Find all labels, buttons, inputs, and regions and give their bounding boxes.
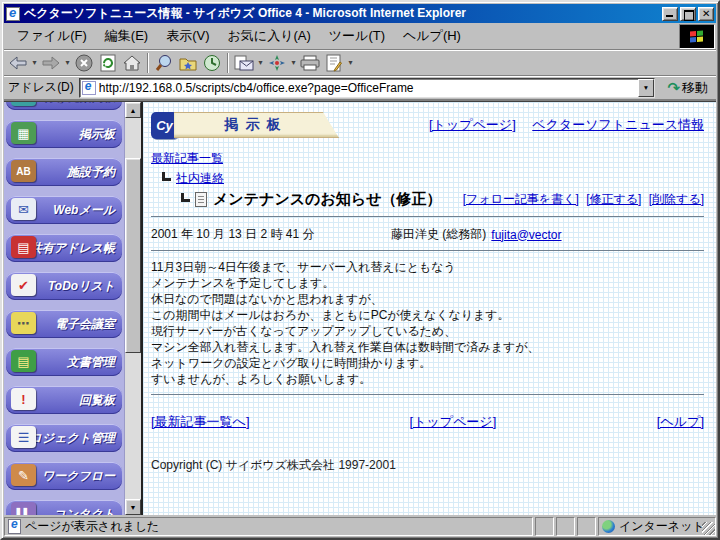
sidebar-item-facility-reservation[interactable]: 施設予約 xyxy=(6,158,122,186)
back-to-latest-link[interactable]: [最新記事一覧へ] xyxy=(151,413,250,431)
favorites-icon xyxy=(179,55,197,71)
delete-article-link[interactable]: [削除する] xyxy=(649,192,704,206)
sidebar-item-workflow[interactable]: ワークフロー xyxy=(6,462,122,490)
circular-exclamation-icon xyxy=(11,388,36,410)
back-icon xyxy=(8,56,28,70)
stop-button[interactable] xyxy=(72,52,96,74)
forward-button[interactable] xyxy=(39,52,63,74)
article-title: メンテナンスのお知らせ（修正） xyxy=(213,190,442,209)
edit-article-link[interactable]: [修正する] xyxy=(586,192,641,206)
scroll-up-button[interactable] xyxy=(125,102,141,118)
history-icon xyxy=(203,54,221,72)
menu-help[interactable]: ヘルプ(H) xyxy=(394,23,470,49)
bottom-top-page-link[interactable]: [トップページ] xyxy=(410,413,497,431)
zone-label: インターネット xyxy=(619,518,705,535)
top-page-link[interactable]: [トップページ] xyxy=(429,116,516,134)
divider xyxy=(151,250,704,251)
history-button[interactable] xyxy=(200,52,224,74)
article-meta: 2001 年 10 月 13 日 2 時 41 分 藤田洋史 (総務部) fuj… xyxy=(151,226,704,243)
refresh-button[interactable] xyxy=(96,52,120,74)
menu-edit[interactable]: 編集(E) xyxy=(96,23,157,49)
sidebar-item-document-management[interactable]: 文書管理 xyxy=(6,348,122,376)
author-email-link[interactable]: fujita@vector xyxy=(491,228,561,242)
resize-grip[interactable] xyxy=(702,522,715,535)
todo-check-icon xyxy=(11,274,36,296)
scrollbar-thumb[interactable] xyxy=(125,158,141,353)
sidebar-item-project-management[interactable]: プロジェクト管理 xyxy=(6,424,122,452)
minimize-button[interactable] xyxy=(662,7,678,21)
mail-icon xyxy=(234,55,254,71)
category-link[interactable]: 社内連絡 xyxy=(176,170,224,187)
title-bar: ベクターソフトニュース情報 - サイボウズ Office 4 - Microso… xyxy=(4,4,716,23)
sidebar-item-contact[interactable]: コンタクト xyxy=(6,500,122,515)
edit-button[interactable] xyxy=(322,52,346,74)
write-follow-link[interactable]: [フォロー記事を書く] xyxy=(463,192,579,206)
address-book-icon xyxy=(11,236,36,258)
sidebar-scrollbar[interactable] xyxy=(124,102,141,515)
menu-favorites[interactable]: お気に入り(A) xyxy=(219,23,320,49)
body-line: 11月3日朝～4日午後まで、サーバー入れ替えにともなう xyxy=(151,259,704,275)
search-icon xyxy=(155,54,173,72)
sidebar-item-conference-room[interactable]: 電子会議室 xyxy=(6,310,122,338)
go-button[interactable]: 移動 xyxy=(663,77,712,99)
mail-button[interactable] xyxy=(232,52,256,74)
sidebar-item-webmail[interactable]: Webメール xyxy=(6,196,122,224)
page-header: Cy 掲示板 [トップページ] ベクターソフトニュース情報 xyxy=(151,108,704,142)
forward-dropdown[interactable] xyxy=(63,52,72,74)
search-button[interactable] xyxy=(152,52,176,74)
home-button[interactable] xyxy=(120,52,144,74)
facility-reservation-icon xyxy=(11,160,36,182)
menu-tools[interactable]: ツール(T) xyxy=(320,23,394,49)
scroll-down-button[interactable] xyxy=(125,499,141,515)
vector-news-link[interactable]: ベクターソフトニュース情報 xyxy=(532,116,704,134)
sidebar-item-circular-board[interactable]: 回覧板 xyxy=(6,386,122,414)
stop-icon xyxy=(75,54,93,72)
sidebar-item-shared-address-book[interactable]: 共有アドレス帳 xyxy=(6,234,122,262)
latest-articles-link[interactable]: 最新記事一覧 xyxy=(151,150,223,167)
realcom-dropdown[interactable] xyxy=(289,52,298,74)
cybozu-logo-icon: Cy xyxy=(151,112,178,139)
article-author: 藤田洋史 (総務部) xyxy=(391,226,486,243)
close-button[interactable] xyxy=(698,7,714,21)
print-icon xyxy=(300,55,320,71)
main-content-frame: Cy 掲示板 [トップページ] ベクターソフトニュース情報 最新記事一覧 社内連… xyxy=(141,102,716,515)
tree-row-article: メンテナンスのお知らせ（修正） [フォロー記事を書く] [修正する] [削除する… xyxy=(151,190,704,209)
body-line: この期間中はメールはおろか、まともにPCが使えなくなります。 xyxy=(151,307,704,323)
divider xyxy=(151,216,704,217)
back-button[interactable] xyxy=(6,52,30,74)
realcom-button[interactable] xyxy=(265,52,289,74)
address-dropdown[interactable] xyxy=(638,79,654,97)
edit-icon xyxy=(326,54,342,72)
contact-binders-icon xyxy=(11,502,36,515)
sidebar-item-destination-board[interactable]: 行き先案内板 xyxy=(6,102,122,110)
document-box-icon xyxy=(11,350,36,372)
bulletin-board-icon xyxy=(11,122,36,144)
help-link[interactable]: [ヘルプ] xyxy=(657,413,704,431)
edit-dropdown[interactable] xyxy=(346,52,355,74)
body-line: すいませんが、よろしくお願いします。 xyxy=(151,371,704,387)
browser-window: ベクターソフトニュース情報 - サイボウズ Office 4 - Microso… xyxy=(0,0,720,540)
ie-page-icon xyxy=(8,519,21,534)
address-label: アドレス(D) xyxy=(8,79,74,96)
sidebar-item-bulletin-board[interactable]: 掲示板 xyxy=(6,120,122,148)
destination-board-icon xyxy=(11,102,36,106)
body-line: 現行サーバーが古くなってアップアップしているため、 xyxy=(151,323,704,339)
page-favicon xyxy=(82,81,96,95)
address-input[interactable]: http://192.168.0.5/scripts/cb4/office.ex… xyxy=(79,78,656,98)
print-button[interactable] xyxy=(298,52,322,74)
menu-view[interactable]: 表示(V) xyxy=(157,23,218,49)
article-breadcrumb-tree: 最新記事一覧 社内連絡 メンテナンスのお知らせ（修正） [フォロー記事を書く] … xyxy=(151,150,704,209)
copyright-text: Copyright (C) サイボウズ株式会社 1997-2001 xyxy=(151,457,704,474)
header-links: [トップページ] ベクターソフトニュース情報 xyxy=(339,116,704,134)
sidebar-item-todo-list[interactable]: ToDoリスト xyxy=(6,272,122,300)
maximize-button[interactable] xyxy=(680,7,696,21)
mail-dropdown[interactable] xyxy=(256,52,265,74)
article-body: 11月3日朝～4日午後まで、サーバー入れ替えにともなう メンテナンスを予定してし… xyxy=(151,259,704,387)
back-dropdown[interactable] xyxy=(30,52,39,74)
favorites-button[interactable] xyxy=(176,52,200,74)
tree-elbow-icon xyxy=(162,172,171,181)
menu-file[interactable]: ファイル(F) xyxy=(8,23,96,49)
address-url[interactable]: http://192.168.0.5/scripts/cb4/office.ex… xyxy=(99,81,639,95)
workflow-icon xyxy=(11,464,36,486)
article-document-icon xyxy=(195,192,207,207)
